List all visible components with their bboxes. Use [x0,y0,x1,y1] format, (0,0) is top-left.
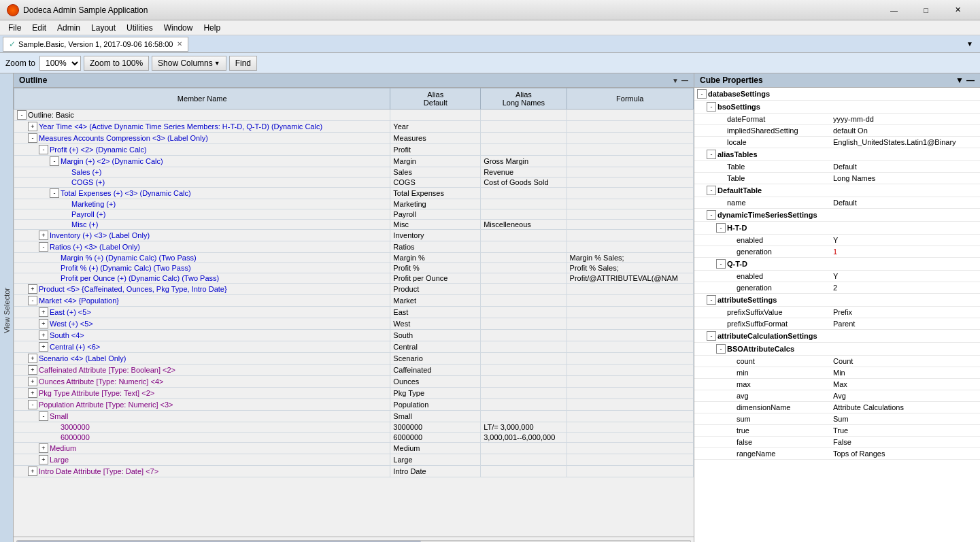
prop-row[interactable]: dateFormatyyyy-mm-dd [694,114,980,125]
prop-row[interactable]: enabledY [694,271,980,282]
prop-row[interactable]: -DefaultTable [694,184,980,197]
prop-row[interactable]: maxMax [694,379,980,390]
table-row[interactable]: 600000060000003,000,001--6,000,000 [14,433,694,443]
table-row[interactable]: COGS (+)COGSCost of Goods Sold [14,177,694,188]
expand-button[interactable]: + [28,377,37,386]
prop-collapse-button[interactable]: - [697,89,707,99]
table-row[interactable]: -Market <4> {Population}Market [14,295,694,307]
outline-minimize-icon[interactable]: — [681,77,688,84]
prop-collapse-button[interactable]: - [707,150,716,159]
table-row[interactable]: -Outline: Basic [14,109,694,121]
prop-row[interactable]: impliedSharedSettingdefault On [694,125,980,137]
table-row[interactable]: +MediumMedium [14,443,694,454]
table-row[interactable]: Profit per Ounce (+) (Dynamic Calc) (Two… [14,273,694,284]
prop-row[interactable]: -bsoSettings [694,101,980,114]
show-columns-button[interactable]: Show Columns ▼ [152,56,226,71]
table-row[interactable]: +Scenario <4> (Label Only)Scenario [14,353,694,365]
expand-button[interactable]: + [28,388,37,398]
prop-collapse-button[interactable]: - [716,259,726,269]
prop-row[interactable]: rangeNameTops of Ranges [694,448,980,460]
cube-minimize-icon[interactable]: — [966,75,975,85]
prop-row[interactable]: generation2 [694,282,980,294]
table-row[interactable]: +Ounces Attribute [Type: Numeric] <4>Oun… [14,376,694,388]
collapse-button[interactable]: - [50,188,59,198]
table-row[interactable]: +Year Time <4> (Active Dynamic Time Seri… [14,121,694,133]
prop-row[interactable]: dimensionNameAttribute Calculations [694,402,980,413]
menu-utilities[interactable]: Utilities [121,22,158,34]
expand-button[interactable]: + [28,467,37,476]
table-row[interactable]: +East (+) <5>East [14,307,694,318]
maximize-button[interactable]: □ [911,3,941,17]
expand-button[interactable]: + [28,365,37,375]
outline-scrollbar[interactable] [14,537,694,542]
prop-row[interactable]: generation1 [694,246,980,258]
prop-row[interactable]: falseFalse [694,437,980,448]
prop-row[interactable]: -Q-T-D [694,258,980,271]
prop-collapse-button[interactable]: - [707,295,716,305]
table-row[interactable]: +Inventory (+) <3> (Label Only)Inventory [14,230,694,241]
prop-row[interactable]: -databaseSettings [694,88,980,101]
prop-collapse-button[interactable]: - [707,186,716,195]
outline-dropdown-icon[interactable]: ▼ [672,77,679,84]
prop-row[interactable]: enabledY [694,235,980,246]
prop-row[interactable]: avgAvg [694,390,980,402]
table-row[interactable]: +Caffeinated Attribute [Type: Boolean] <… [14,365,694,376]
prop-row[interactable]: minMin [694,367,980,379]
menu-help[interactable]: Help [198,22,226,34]
table-row[interactable]: -SmallSmall [14,411,694,422]
table-row[interactable]: -Population Attribute [Type: Numeric] <3… [14,399,694,411]
prop-collapse-button[interactable]: - [707,331,716,341]
collapse-button[interactable]: - [39,411,48,421]
table-row[interactable]: -Ratios (+) <3> (Label Only)Ratios [14,241,694,253]
menu-window[interactable]: Window [158,22,199,34]
outline-table[interactable]: Member Name Alias Default Alias Long Nam… [14,88,694,537]
expand-button[interactable]: + [39,307,48,317]
prop-row[interactable]: TableLong Names [694,173,980,184]
prop-row[interactable]: -attributeCalculationSettings [694,330,980,343]
table-row[interactable]: Marketing (+)Marketing [14,199,694,209]
prop-row[interactable]: nameDefault [694,197,980,209]
find-button[interactable]: Find [229,56,257,71]
tab-close-button[interactable]: ✕ [177,40,182,48]
expand-button[interactable]: + [28,284,37,294]
collapse-button[interactable]: - [39,242,48,252]
collapse-button[interactable]: - [17,110,27,120]
expand-button[interactable]: + [39,443,48,453]
table-row[interactable]: +Central (+) <6>Central [14,341,694,353]
zoom-to-100-button[interactable]: Zoom to 100% [84,56,149,71]
expand-button[interactable]: + [39,319,48,328]
table-row[interactable]: Sales (+)SalesRevenue [14,167,694,177]
menu-edit[interactable]: Edit [27,22,52,34]
table-row[interactable]: +Product <5> {Caffeinated, Ounces, Pkg T… [14,284,694,295]
expand-button[interactable]: + [39,331,48,340]
table-row[interactable]: -Profit (+) <2> (Dynamic Calc)Profit [14,144,694,156]
menu-file[interactable]: File [3,22,27,34]
prop-collapse-button[interactable]: - [707,210,716,220]
prop-row[interactable]: sumSum [694,413,980,425]
table-row[interactable]: -Total Expenses (+) <3> (Dynamic Calc)To… [14,188,694,199]
expand-button[interactable]: + [28,354,37,363]
close-button[interactable]: ✕ [943,3,973,17]
collapse-button[interactable]: - [28,296,37,305]
expand-button[interactable]: + [39,342,48,352]
prop-row[interactable]: -dynamicTimeSeriesSettings [694,209,980,222]
table-row[interactable]: Payroll (+)Payroll [14,209,694,220]
table-row[interactable]: +West (+) <5>West [14,318,694,330]
tab-dropdown-arrow[interactable]: ▼ [962,39,977,49]
table-row[interactable]: Margin % (+) (Dynamic Calc) (Two Pass)Ma… [14,253,694,263]
prop-collapse-button[interactable]: - [716,223,726,233]
prop-row[interactable]: -attributeSettings [694,294,980,307]
collapse-button[interactable]: - [28,400,37,409]
table-row[interactable]: Misc (+)MiscMiscelleneous [14,220,694,230]
table-row[interactable]: +South <4>South [14,330,694,341]
prop-row[interactable]: TableDefault [694,161,980,173]
expand-button[interactable]: + [39,231,48,240]
expand-button[interactable]: + [28,122,37,131]
table-row[interactable]: -Margin (+) <2> (Dynamic Calc)MarginGros… [14,156,694,167]
tab-sample-basic[interactable]: ✓ Sample.Basic, Version 1, 2017-09-06 16… [3,37,188,52]
menu-layout[interactable]: Layout [86,22,121,34]
minimize-button[interactable]: — [879,3,909,17]
expand-button[interactable]: + [39,455,48,464]
zoom-select[interactable]: 100% 75% 125% 150% [39,56,81,71]
prop-row[interactable]: localeEnglish_UnitedStates.Latin1@Binary [694,137,980,148]
